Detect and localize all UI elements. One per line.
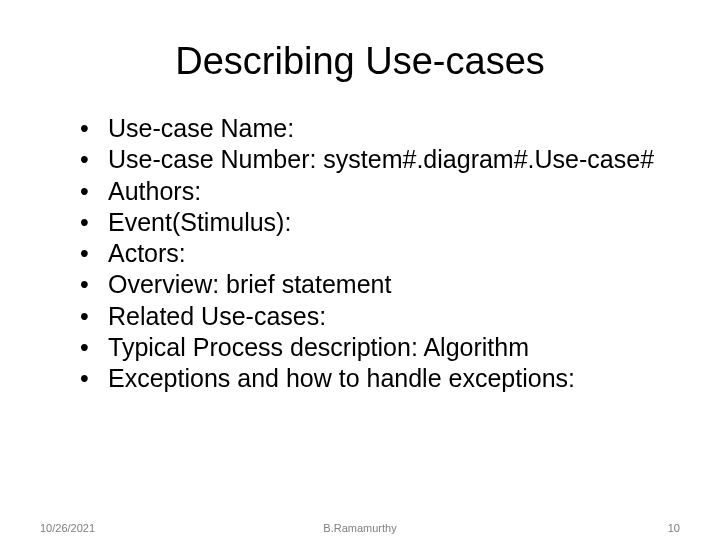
slide-title: Describing Use-cases [60, 40, 660, 83]
slide-container: Describing Use-cases Use-case Name: Use-… [0, 0, 720, 540]
footer-date: 10/26/2021 [40, 522, 95, 534]
list-item: Exceptions and how to handle exceptions: [80, 363, 660, 394]
footer-author: B.Ramamurthy [323, 522, 396, 534]
footer-page-number: 10 [668, 522, 680, 534]
list-item: Use-case Name: [80, 113, 660, 144]
list-item: Related Use-cases: [80, 301, 660, 332]
list-item: Typical Process description: Algorithm [80, 332, 660, 363]
list-item: Use-case Number: system#.diagram#.Use-ca… [80, 144, 660, 175]
list-item: Actors: [80, 238, 660, 269]
bullet-list: Use-case Name: Use-case Number: system#.… [60, 113, 660, 394]
list-item: Authors: [80, 176, 660, 207]
list-item: Event(Stimulus): [80, 207, 660, 238]
list-item: Overview: brief statement [80, 269, 660, 300]
